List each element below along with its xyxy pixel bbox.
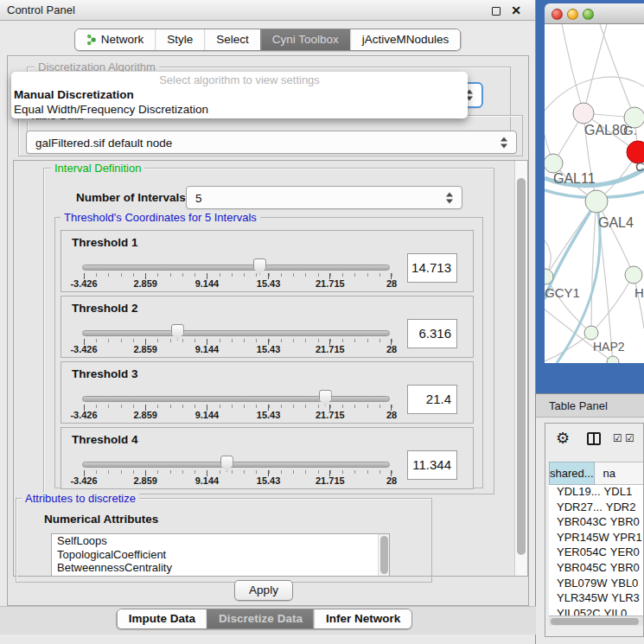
network-edge[interactable] — [591, 201, 596, 333]
threshold-label: Threshold 1 — [72, 236, 138, 249]
table-row[interactable]: YER054CYER0 — [549, 545, 643, 561]
checkbox-icon[interactable]: ☑ — [625, 432, 634, 444]
columns-icon[interactable] — [587, 432, 601, 445]
horizontal-scrollbar[interactable] — [549, 615, 643, 626]
threshold-value-field[interactable]: 6.316 — [407, 319, 457, 348]
list-scrollbar-thumb[interactable] — [380, 536, 388, 574]
table-row[interactable]: YBR043CYBR0 — [549, 515, 643, 531]
tab-network[interactable]: Network — [75, 29, 156, 50]
vertical-scrollbar[interactable] — [514, 161, 527, 576]
table-row[interactable]: YLR345WYLR3 — [549, 591, 643, 607]
tick-label: 15.43 — [257, 475, 281, 486]
bottom-tabbar: Impute DataDiscretize DataInfer Network — [117, 609, 412, 629]
threshold-value-field[interactable]: 11.344 — [407, 450, 457, 480]
cell-name[interactable]: YIL0 — [601, 607, 643, 615]
attributes-listbox[interactable]: SelfLoopsTopologicalCoefficientBetweenne… — [51, 533, 390, 577]
table-row[interactable]: YBL079WYBL0 — [549, 577, 643, 592]
cell-shared-name[interactable]: YPR145W — [549, 531, 609, 546]
tick-label: 9.144 — [195, 278, 220, 289]
tab-label: Network — [101, 29, 144, 50]
network-node[interactable] — [545, 154, 563, 173]
close-panel-icon[interactable]: ✕ — [511, 3, 521, 18]
cell-shared-name[interactable]: YER054C — [549, 545, 607, 561]
attribute-item-topologicalcoefficient[interactable]: TopologicalCoefficient — [52, 548, 389, 562]
minimize-window-button[interactable] — [567, 9, 578, 20]
cell-name[interactable]: YDR2 — [603, 501, 643, 516]
cell-shared-name[interactable]: YDL19... — [549, 485, 601, 501]
network-node-label: GAL4 — [598, 215, 634, 230]
cell-name[interactable]: YER0 — [607, 545, 643, 561]
algorithm-options: Manual DiscretizationEqual Width/Frequen… — [11, 87, 468, 117]
vertical-scrollbar-thumb[interactable] — [517, 178, 526, 555]
threshold-2-panel: Threshold 2-3.4262.8599.14415.4321.71528… — [61, 296, 474, 358]
table-row[interactable]: YDL19...YDL1 — [549, 485, 643, 501]
table-data-combo[interactable]: galFiltered.sif default node — [26, 131, 517, 154]
checkbox-icon[interactable]: ☑ — [613, 432, 622, 444]
cell-name[interactable]: YPR1 — [609, 531, 643, 546]
tick-label: -3.426 — [70, 344, 97, 354]
apply-button[interactable]: Apply — [234, 580, 293, 601]
close-window-button[interactable] — [552, 9, 563, 20]
number-of-intervals-combo[interactable]: 5 — [186, 186, 462, 209]
threshold-value-field[interactable]: 21.4 — [407, 385, 457, 414]
tab-discretize-data[interactable]: Discretize Data — [207, 609, 314, 628]
slider-track[interactable] — [82, 462, 390, 468]
cell-name[interactable]: YBL0 — [608, 577, 643, 592]
attribute-item-betweennesscentrality[interactable]: BetweennessCentrality — [52, 561, 389, 575]
network-edge[interactable] — [562, 24, 583, 113]
tab-select[interactable]: Select — [204, 29, 260, 50]
cell-name[interactable]: YDL1 — [601, 485, 643, 501]
tab-impute-data[interactable]: Impute Data — [118, 609, 207, 628]
network-edge[interactable] — [545, 77, 644, 111]
cell-name[interactable]: YLR3 — [608, 591, 643, 607]
attribute-item-selfloops[interactable]: SelfLoops — [52, 534, 389, 548]
network-node[interactable] — [573, 103, 594, 124]
table-row[interactable]: YBR045CYBR0 — [549, 561, 643, 577]
network-window: GAL80G.CGAL11GAL4GCY1HHAP2 — [536, 0, 644, 393]
tab-infer-network[interactable]: Infer Network — [314, 609, 411, 628]
list-scrollbar[interactable] — [378, 534, 389, 576]
table-row[interactable]: YPR145WYPR1 — [549, 531, 643, 546]
table-data-group: Table Data galFiltered.sif default node — [18, 115, 523, 156]
network-node-label: GAL80 — [584, 123, 628, 137]
network-edge[interactable] — [596, 201, 634, 275]
tab-jactivemnodules[interactable]: jActiveMNodules — [350, 29, 461, 50]
cell-shared-name[interactable]: YBR045C — [549, 561, 607, 577]
tab-style[interactable]: Style — [155, 29, 204, 50]
cell-shared-name[interactable]: YBR043C — [549, 515, 607, 531]
cell-shared-name[interactable]: YDR27... — [549, 501, 603, 516]
network-node[interactable] — [585, 190, 608, 213]
slider-track[interactable] — [82, 330, 390, 336]
slider-track[interactable] — [82, 265, 390, 271]
zoom-window-button[interactable] — [583, 9, 594, 20]
cell-shared-name[interactable]: YLR345W — [549, 591, 608, 607]
network-canvas[interactable]: GAL80G.CGAL11GAL4GCY1HHAP2 — [545, 24, 644, 363]
horizontal-scrollbar-thumb[interactable] — [551, 618, 639, 625]
table-row[interactable]: YIL052CYIL0 — [549, 607, 643, 615]
tab-cyni-toolbox[interactable]: Cyni Toolbox — [260, 29, 350, 50]
algorithm-option-equal-width-frequency-discretization[interactable]: Equal Width/Frequency Discretization — [11, 102, 468, 117]
gear-icon[interactable]: ⚙ — [556, 429, 570, 448]
cell-name[interactable]: YBR0 — [607, 561, 643, 577]
cell-shared-name[interactable]: YBL079W — [549, 577, 608, 592]
float-panel-icon[interactable] — [492, 7, 501, 16]
network-edge[interactable] — [591, 275, 634, 333]
network-node[interactable] — [607, 356, 619, 363]
cell-name[interactable]: YBR0 — [607, 515, 643, 531]
algorithm-dropdown-popup: Select algorithm to view settings Manual… — [11, 72, 468, 118]
network-edge[interactable] — [583, 24, 607, 113]
tick-label: 21.715 — [316, 475, 345, 486]
network-edge[interactable] — [600, 24, 634, 118]
threshold-value-field[interactable]: 14.713 — [407, 253, 457, 283]
table-row[interactable]: YDR27...YDR2 — [549, 501, 643, 516]
network-edge[interactable] — [545, 309, 613, 362]
column-header-name[interactable]: na — [595, 462, 643, 485]
algorithm-placeholder: Select algorithm to view settings — [11, 73, 468, 87]
network-window-titlebar[interactable] — [545, 3, 644, 24]
algorithm-option-manual-discretization[interactable]: Manual Discretization — [11, 87, 468, 102]
slider-track[interactable] — [82, 396, 390, 402]
cell-shared-name[interactable]: YIL052C — [549, 607, 601, 615]
network-node[interactable] — [625, 266, 642, 284]
network-node[interactable] — [584, 326, 598, 340]
column-header-shared-name[interactable]: shared... — [549, 462, 595, 485]
